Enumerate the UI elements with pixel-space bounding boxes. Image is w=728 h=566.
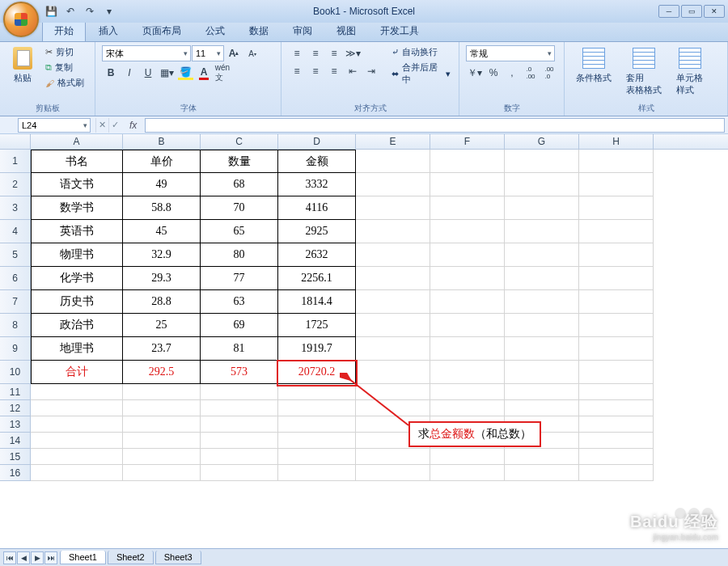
cell-A1[interactable]: 书名 xyxy=(31,150,123,173)
cell-A5[interactable]: 物理书 xyxy=(31,243,123,267)
cell-E15[interactable] xyxy=(356,449,430,465)
cell-D12[interactable] xyxy=(278,400,356,416)
cell-H2[interactable] xyxy=(579,173,654,196)
align-top-button[interactable]: ≡ xyxy=(288,45,306,61)
cell-B3[interactable]: 58.8 xyxy=(123,196,201,220)
redo-icon[interactable]: ↷ xyxy=(83,4,97,19)
cell-B1[interactable]: 单价 xyxy=(123,150,201,173)
copy-button[interactable]: ⧉复制 xyxy=(44,61,86,74)
save-icon[interactable]: 💾 xyxy=(44,4,58,19)
cell-F1[interactable] xyxy=(430,150,505,173)
align-center-button[interactable]: ≡ xyxy=(307,63,324,79)
cell-E11[interactable] xyxy=(356,384,430,400)
align-right-button[interactable]: ≡ xyxy=(325,63,343,79)
tab-formulas[interactable]: 公式 xyxy=(194,21,236,41)
cell-H3[interactable] xyxy=(579,196,654,220)
cell-A15[interactable] xyxy=(31,449,123,465)
currency-button[interactable]: ￥▾ xyxy=(466,65,484,81)
row-header-4[interactable]: 4 xyxy=(0,220,31,243)
col-header-a[interactable]: A xyxy=(31,134,123,149)
cell-B14[interactable] xyxy=(123,433,201,449)
align-middle-button[interactable]: ≡ xyxy=(307,45,324,61)
font-name-combo[interactable]: 宋体 xyxy=(102,45,191,61)
orientation-button[interactable]: ≫▾ xyxy=(344,45,362,61)
tab-developer[interactable]: 开发工具 xyxy=(369,21,430,41)
cell-C12[interactable] xyxy=(201,400,278,416)
cell-B4[interactable]: 45 xyxy=(123,220,201,243)
cell-H1[interactable] xyxy=(579,150,654,173)
cell-H16[interactable] xyxy=(579,465,654,481)
sheet-tab-1[interactable]: Sheet1 xyxy=(60,551,106,564)
increase-decimal-button[interactable]: .0.00 xyxy=(522,65,540,81)
cell-H10[interactable] xyxy=(579,361,654,384)
cell-C14[interactable] xyxy=(201,433,278,449)
shrink-font-button[interactable]: A▾ xyxy=(243,45,261,61)
cell-E12[interactable] xyxy=(356,400,430,416)
cell-H15[interactable] xyxy=(579,449,654,465)
sheet-nav-last[interactable]: ⏭ xyxy=(44,551,57,564)
cell-E8[interactable] xyxy=(356,314,430,337)
row-header-2[interactable]: 2 xyxy=(0,173,31,196)
cell-H4[interactable] xyxy=(579,220,654,243)
phonetic-button[interactable]: wén文 xyxy=(214,65,231,81)
col-header-g[interactable]: G xyxy=(505,134,579,149)
col-header-e[interactable]: E xyxy=(356,134,430,149)
cell-G9[interactable] xyxy=(505,337,579,361)
office-button[interactable] xyxy=(3,2,39,37)
cell-E10[interactable] xyxy=(356,361,430,384)
wrap-text-button[interactable]: ⤶自动换行 xyxy=(390,45,452,59)
cell-H14[interactable] xyxy=(579,433,654,449)
cell-A2[interactable]: 语文书 xyxy=(31,173,123,196)
row-header-11[interactable]: 11 xyxy=(0,384,31,400)
cell-C1[interactable]: 数量 xyxy=(201,150,278,173)
cell-A9[interactable]: 地理书 xyxy=(31,337,123,361)
cell-G15[interactable] xyxy=(505,449,579,465)
cell-D8[interactable]: 1725 xyxy=(278,314,356,337)
cell-E6[interactable] xyxy=(356,267,430,290)
italic-button[interactable]: I xyxy=(121,65,138,81)
sheet-tab-3[interactable]: Sheet3 xyxy=(155,551,201,564)
col-header-h[interactable]: H xyxy=(579,134,654,149)
cell-F4[interactable] xyxy=(430,220,505,243)
cell-F7[interactable] xyxy=(430,290,505,314)
close-button[interactable]: ✕ xyxy=(704,5,725,18)
cell-A10[interactable]: 合计 xyxy=(31,361,123,384)
tab-review[interactable]: 审阅 xyxy=(281,21,324,41)
cell-B15[interactable] xyxy=(123,449,201,465)
number-format-combo[interactable]: 常规 xyxy=(466,45,555,61)
cell-A3[interactable]: 数学书 xyxy=(31,196,123,220)
cell-B11[interactable] xyxy=(123,384,201,400)
cell-H7[interactable] xyxy=(579,290,654,314)
row-header-1[interactable]: 1 xyxy=(0,150,31,173)
cell-G2[interactable] xyxy=(505,173,579,196)
cell-H11[interactable] xyxy=(579,384,654,400)
cell-F6[interactable] xyxy=(430,267,505,290)
cell-H6[interactable] xyxy=(579,267,654,290)
cut-button[interactable]: ✂剪切 xyxy=(44,45,86,59)
cell-E1[interactable] xyxy=(356,150,430,173)
cell-A14[interactable] xyxy=(31,433,123,449)
cell-F2[interactable] xyxy=(430,173,505,196)
cell-D11[interactable] xyxy=(278,384,356,400)
qat-dropdown-icon[interactable]: ▾ xyxy=(102,4,116,19)
cell-E3[interactable] xyxy=(356,196,430,220)
row-header-9[interactable]: 9 xyxy=(0,337,31,361)
cell-B13[interactable] xyxy=(123,416,201,433)
col-header-b[interactable]: B xyxy=(123,134,201,149)
row-header-16[interactable]: 16 xyxy=(0,465,31,481)
cell-C5[interactable]: 80 xyxy=(201,243,278,267)
row-header-5[interactable]: 5 xyxy=(0,243,31,267)
cell-C10[interactable]: 573 xyxy=(201,361,278,384)
sheet-tab-2[interactable]: Sheet2 xyxy=(108,551,154,564)
maximize-button[interactable]: ▭ xyxy=(681,5,702,18)
underline-button[interactable]: U xyxy=(139,65,157,81)
cell-G12[interactable] xyxy=(505,400,579,416)
cell-E7[interactable] xyxy=(356,290,430,314)
cell-G3[interactable] xyxy=(505,196,579,220)
cell-G16[interactable] xyxy=(505,465,579,481)
cell-D13[interactable] xyxy=(278,416,356,433)
row-header-6[interactable]: 6 xyxy=(0,267,31,290)
row-header-7[interactable]: 7 xyxy=(0,290,31,314)
cell-B12[interactable] xyxy=(123,400,201,416)
cell-A13[interactable] xyxy=(31,416,123,433)
